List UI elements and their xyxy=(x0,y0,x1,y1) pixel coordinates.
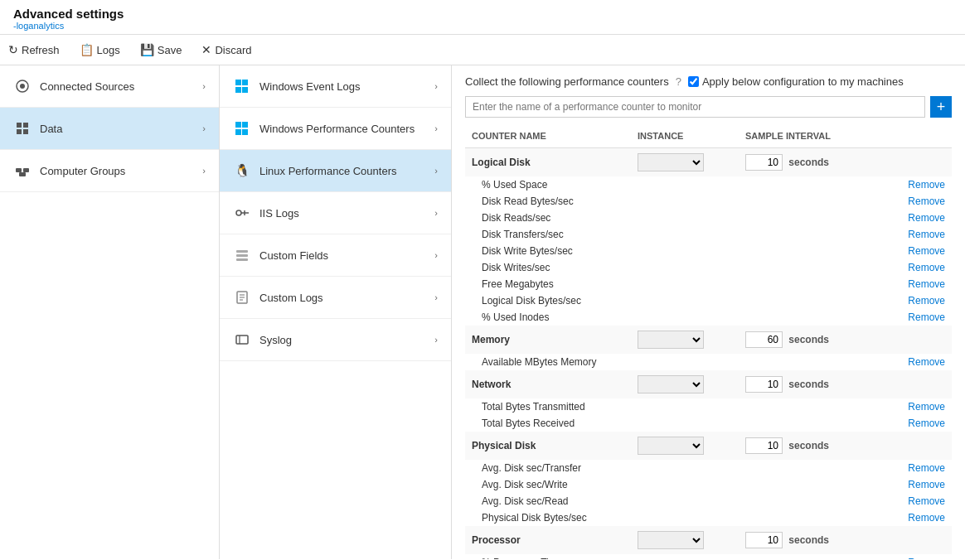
remove-link[interactable]: Remove xyxy=(908,245,945,257)
svg-rect-19 xyxy=(236,336,248,344)
group-instance[interactable] xyxy=(631,526,739,554)
apply-checkbox[interactable] xyxy=(688,76,699,87)
middle-item-iis-logs[interactable]: IIS Logs › xyxy=(220,192,451,234)
remove-link[interactable]: Remove xyxy=(908,196,945,207)
sample-interval-input[interactable] xyxy=(745,437,783,454)
counter-child-instance xyxy=(631,292,739,309)
add-counter-button[interactable]: + xyxy=(930,96,952,118)
middle-item-syslog[interactable]: Syslog › xyxy=(220,319,451,361)
remove-cell: Remove xyxy=(838,176,952,193)
logs-button[interactable]: 📋 Logs xyxy=(71,40,129,60)
custom-logs-icon xyxy=(233,288,251,307)
svg-rect-12 xyxy=(236,250,248,253)
counter-search-input[interactable] xyxy=(465,96,925,118)
group-sample: seconds xyxy=(739,432,838,460)
remove-link[interactable]: Remove xyxy=(908,229,945,240)
instance-select[interactable] xyxy=(638,153,704,171)
group-remove-cell xyxy=(838,148,952,177)
instance-select[interactable] xyxy=(638,437,704,455)
middle-item-custom-fields[interactable]: Custom Fields › xyxy=(220,234,451,277)
remove-link[interactable]: Remove xyxy=(908,479,945,490)
help-icon[interactable]: ? xyxy=(676,75,681,88)
instance-select[interactable] xyxy=(638,331,704,349)
counter-child-instance xyxy=(631,460,739,476)
group-instance[interactable] xyxy=(631,370,739,398)
remove-cell: Remove xyxy=(838,398,952,415)
col-sample-interval: SAMPLE INTERVAL xyxy=(739,128,838,148)
remove-link[interactable]: Remove xyxy=(908,418,945,429)
table-row: Total Bytes Received Remove xyxy=(465,415,952,432)
group-remove-cell xyxy=(838,370,952,398)
remove-link[interactable]: Remove xyxy=(908,179,945,191)
middle-item-custom-logs[interactable]: Custom Logs › xyxy=(220,277,451,319)
windows-performance-counters-icon xyxy=(233,119,251,138)
main-layout: Connected Sources › Data › xyxy=(0,65,965,559)
group-name: Network xyxy=(465,370,631,398)
remove-link[interactable]: Remove xyxy=(908,401,945,413)
counter-child-sample xyxy=(739,276,838,292)
apply-checkbox-label[interactable]: Apply below configuration to my machines xyxy=(688,75,904,88)
remove-link[interactable]: Remove xyxy=(908,295,945,307)
middle-item-windows-event-logs[interactable]: Windows Event Logs › xyxy=(220,65,451,108)
left-sidebar: Connected Sources › Data › xyxy=(0,65,220,559)
instance-select[interactable] xyxy=(638,375,704,393)
discard-button[interactable]: ✕ Discard xyxy=(193,40,259,60)
middle-item-windows-performance-counters[interactable]: Windows Performance Counters › xyxy=(220,108,451,150)
page-title: Advanced settings xyxy=(13,7,952,21)
sample-interval-input[interactable] xyxy=(745,154,783,171)
refresh-button[interactable]: ↻ Refresh xyxy=(0,40,68,60)
save-button[interactable]: 💾 Save xyxy=(132,40,191,60)
table-row: Avg. Disk sec/Read Remove xyxy=(465,493,952,509)
table-row: Disk Reads/sec Remove xyxy=(465,210,952,226)
counter-child-name: Available MBytes Memory xyxy=(465,354,631,370)
middle-item-linux-performance-counters[interactable]: 🐧 Linux Performance Counters › xyxy=(220,150,451,192)
counter-table: COUNTER NAME INSTANCE SAMPLE INTERVAL Lo… xyxy=(465,128,952,559)
group-sample: seconds xyxy=(739,526,838,554)
table-row: % Used Space Remove xyxy=(465,176,952,193)
counter-child-sample xyxy=(739,309,838,326)
sidebar-item-data[interactable]: Data › xyxy=(0,108,219,150)
svg-point-9 xyxy=(236,210,241,215)
counter-child-name: Logical Disk Bytes/sec xyxy=(465,292,631,309)
remove-link[interactable]: Remove xyxy=(908,512,945,524)
counter-child-name: Free Megabytes xyxy=(465,276,631,292)
remove-link[interactable]: Remove xyxy=(908,356,945,368)
sample-interval-input[interactable] xyxy=(745,331,783,348)
sidebar-item-connected-sources[interactable]: Connected Sources › xyxy=(0,65,219,108)
custom-fields-icon xyxy=(233,246,251,264)
svg-rect-4 xyxy=(17,129,22,134)
sample-interval-input[interactable] xyxy=(745,376,783,393)
col-remove xyxy=(838,128,952,148)
chevron-right-icon: › xyxy=(434,81,438,91)
chevron-right-icon: › xyxy=(434,123,438,133)
group-instance[interactable] xyxy=(631,326,739,354)
col-instance: INSTANCE xyxy=(631,128,739,148)
counter-child-sample xyxy=(739,460,838,476)
remove-link[interactable]: Remove xyxy=(908,278,945,290)
instance-select[interactable] xyxy=(638,531,704,549)
counter-child-name: Total Bytes Transmitted xyxy=(465,398,631,415)
group-name: Processor xyxy=(465,526,631,554)
header-section: Advanced settings -loganalytics ↻ Refres… xyxy=(0,0,965,65)
save-icon: 💾 xyxy=(140,43,154,56)
middle-panel: Windows Event Logs › Windows Performance… xyxy=(220,65,452,559)
right-panel: Collect the following performance counte… xyxy=(452,65,965,559)
table-row: Available MBytes Memory Remove xyxy=(465,354,952,370)
group-sample: seconds xyxy=(739,326,838,354)
table-row: Physical Disk Bytes/sec Remove xyxy=(465,509,952,526)
remove-link[interactable]: Remove xyxy=(908,462,945,474)
remove-link[interactable]: Remove xyxy=(908,495,945,507)
remove-cell: Remove xyxy=(838,354,952,370)
remove-link[interactable]: Remove xyxy=(908,311,945,323)
group-instance[interactable] xyxy=(631,148,739,177)
remove-link[interactable]: Remove xyxy=(908,262,945,273)
remove-link[interactable]: Remove xyxy=(908,557,945,559)
counter-child-instance xyxy=(631,243,739,259)
group-instance[interactable] xyxy=(631,432,739,460)
remove-cell: Remove xyxy=(838,259,952,276)
sample-interval-input[interactable] xyxy=(745,532,783,548)
counter-child-instance xyxy=(631,210,739,226)
sidebar-item-computer-groups[interactable]: Computer Groups › xyxy=(0,150,219,192)
seconds-label: seconds xyxy=(788,379,829,390)
remove-link[interactable]: Remove xyxy=(908,212,945,224)
